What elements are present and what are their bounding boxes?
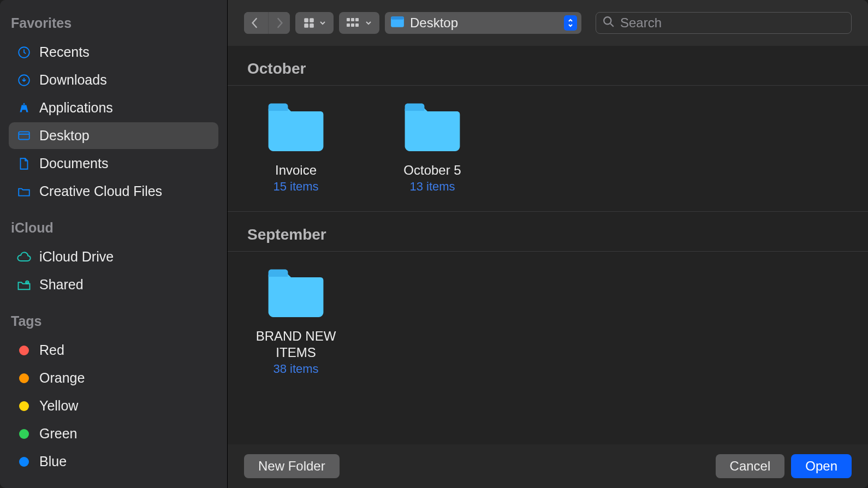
svg-rect-12 [351,23,354,27]
folder-icon [16,184,32,199]
cancel-button[interactable]: Cancel [716,454,785,478]
desktop-icon [16,128,32,144]
folder-item-count: 38 items [273,362,318,376]
sidebar-item-recents[interactable]: Recents [9,39,218,66]
sidebar-item-desktop[interactable]: Desktop [9,122,218,149]
folder-item-count: 13 items [409,180,455,194]
svg-rect-8 [347,18,350,21]
sidebar-heading-favorites: Favorites [9,15,218,31]
tag-dot-icon [16,426,32,442]
location-label: Desktop [410,15,558,31]
sidebar-item-tag-green[interactable]: Green [9,420,218,447]
sidebar-item-label: Applications [39,100,113,116]
section-header-september: September [228,212,868,252]
svg-rect-11 [347,23,350,27]
svg-rect-5 [310,18,314,22]
sidebar-item-label: iCloud Drive [39,249,114,265]
back-button[interactable] [244,12,266,34]
updown-arrows-icon [564,15,577,31]
sidebar-item-tag-yellow[interactable]: Yellow [9,392,218,419]
main-panel: Desktop October Invoice [228,0,868,488]
sidebar: Favorites Recents Downloads Applications… [0,0,228,488]
folder-name: October 5 [403,162,461,178]
folder-item[interactable]: Invoice 15 items [249,101,342,194]
tag-dot-icon [16,371,32,386]
view-mode-button[interactable] [295,12,334,34]
svg-rect-13 [355,23,359,27]
sidebar-item-label: Documents [39,156,108,171]
folder-item[interactable]: BRAND NEW ITEMS 38 items [249,267,342,376]
shared-folder-icon [16,277,32,293]
view-mode-group [295,12,334,34]
folder-grid-october: Invoice 15 items October 5 13 items [228,86,868,212]
folder-item-count: 15 items [273,180,318,194]
sidebar-heading-tags: Tags [9,313,218,329]
search-icon [603,16,615,30]
toolbar: Desktop [228,0,868,46]
sidebar-item-tag-blue[interactable]: Blue [9,448,218,475]
content-area: October Invoice 15 items October 5 13 it… [228,46,868,444]
svg-rect-4 [304,18,308,22]
desktop-icon [390,16,405,30]
footer: New Folder Cancel Open [228,444,868,488]
sidebar-item-label: Recents [39,44,90,60]
svg-rect-10 [355,18,359,21]
sidebar-item-label: Shared [39,277,84,293]
svg-rect-9 [351,18,354,21]
svg-point-16 [604,17,611,24]
svg-rect-2 [19,132,29,139]
group-by-group [339,12,379,34]
sidebar-item-creative-cloud[interactable]: Creative Cloud Files [9,178,218,205]
sidebar-item-downloads[interactable]: Downloads [9,67,218,93]
forward-button[interactable] [268,12,290,34]
download-icon [16,73,32,88]
cloud-icon [16,249,32,265]
sidebar-item-applications[interactable]: Applications [9,94,218,121]
document-icon [16,156,32,171]
tag-dot-icon [16,343,32,358]
tag-dot-icon [16,398,32,414]
tag-dot-icon [16,454,32,469]
clock-icon [16,45,32,60]
svg-rect-15 [391,16,404,19]
location-selector[interactable]: Desktop [385,12,581,34]
folder-name: Invoice [275,162,317,178]
sidebar-item-tag-orange[interactable]: Orange [9,365,218,391]
folder-icon [265,101,326,162]
nav-group [244,12,290,34]
group-by-button[interactable] [339,12,379,34]
sidebar-item-shared[interactable]: Shared [9,271,218,298]
sidebar-item-label: Creative Cloud Files [39,183,162,199]
applications-icon [16,100,32,116]
folder-grid-september: BRAND NEW ITEMS 38 items [228,252,868,382]
sidebar-item-label: Red [39,342,64,358]
search-input[interactable] [620,15,845,31]
sidebar-item-label: Green [39,426,77,442]
sidebar-heading-icloud: iCloud [9,220,218,236]
search-box[interactable] [596,12,852,34]
svg-rect-7 [310,23,314,28]
svg-rect-6 [304,23,308,28]
sidebar-item-label: Yellow [39,398,78,414]
folder-name: BRAND NEW ITEMS [249,328,342,361]
folder-icon [265,267,326,328]
open-button[interactable]: Open [791,454,852,478]
sidebar-item-label: Orange [39,370,85,386]
sidebar-item-label: Desktop [39,128,90,144]
folder-icon [402,101,463,162]
sidebar-item-label: Blue [39,454,67,469]
sidebar-item-tag-red[interactable]: Red [9,337,218,364]
sidebar-item-documents[interactable]: Documents [9,150,218,177]
sidebar-item-icloud-drive[interactable]: iCloud Drive [9,243,218,270]
sidebar-item-label: Downloads [39,72,107,88]
folder-item[interactable]: October 5 13 items [386,101,479,194]
new-folder-button[interactable]: New Folder [244,454,340,478]
section-header-october: October [228,46,868,86]
